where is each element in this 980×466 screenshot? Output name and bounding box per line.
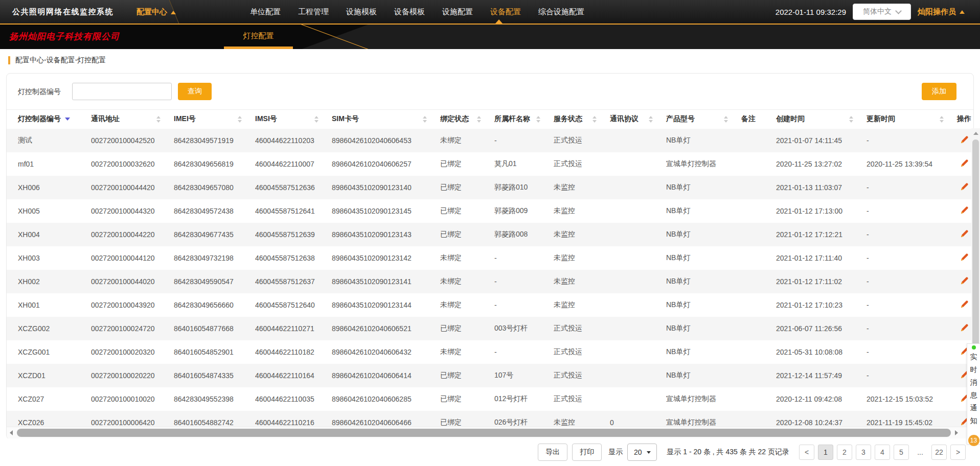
column-header-comm-address[interactable]: 通讯地址 [91,109,174,129]
menu-item-工程管理[interactable]: 工程管理 [298,0,329,24]
column-header-pole-name[interactable]: 所属杆名称 [494,109,554,129]
table-cell: 2020-12-08 10:24:37 [776,411,867,427]
menu-item-综合设施配置[interactable]: 综合设施配置 [538,0,584,24]
sort-toggle-icon[interactable] [536,116,540,123]
table-cell: 未绑定 [440,340,494,364]
tab-underline [224,46,293,49]
table-cell: XCZ026 [7,411,91,427]
edit-button[interactable] [960,182,969,191]
table-cell: - [867,223,957,246]
column-header-bind-status[interactable]: 绑定状态 [440,109,494,129]
column-header-created-time[interactable]: 创建时间 [776,109,867,129]
tab-light-control-config[interactable]: 灯控配置 [224,25,293,49]
sort-toggle-icon[interactable] [649,116,653,123]
menu-item-设备配置[interactable]: 设备配置 [490,0,521,24]
column-header-operation[interactable]: 操作 [957,109,973,129]
horizontal-scrollbar[interactable] [7,427,973,439]
edit-button[interactable] [960,276,969,285]
column-header-controller-id[interactable]: 灯控制器编号 [7,109,91,129]
notification-panel[interactable]: 实时消息通知 13 [967,343,980,445]
column-header-product-model[interactable]: 产品型号 [666,109,741,129]
column-header-comm-protocol[interactable]: 通讯协议 [610,109,666,129]
sort-toggle-icon[interactable] [849,116,853,123]
edit-button[interactable] [960,159,969,168]
sort-toggle-icon[interactable] [592,116,597,123]
edit-button[interactable] [960,253,969,262]
sort-toggle-icon[interactable] [423,116,427,123]
user-menu[interactable]: 灿阳操作员 [918,7,965,17]
sort-toggle-icon[interactable] [238,116,242,123]
horizontal-scroll-thumb[interactable] [17,429,951,437]
column-header-imsi[interactable]: IMSI号 [255,109,332,129]
table-cell: 郭菱路009 [494,199,554,223]
table-header-row: 灯控制器编号通讯地址IMEI号IMSI号SIM卡号绑定状态所属杆名称服务状态通讯… [7,109,973,129]
menu-item-设备模板[interactable]: 设备模板 [394,0,425,24]
table-cell: 864016054877668 [174,317,255,340]
table-cell: 003号灯杆 [494,317,554,340]
print-button[interactable]: 打印 [572,444,602,461]
page-button-5[interactable]: 5 [894,445,909,460]
triangle-up-icon [973,132,978,135]
page-button-1[interactable]: 1 [818,445,833,460]
column-header-remark[interactable]: 备注 [741,109,776,129]
edit-button[interactable] [960,206,969,215]
menu-item-设施模板[interactable]: 设施模板 [346,0,377,24]
column-header-updated-time[interactable]: 更新时间 [867,109,957,129]
table-cell: 2021-11-19 15:45:02 [867,411,957,427]
table-cell: 0027200100024720 [91,317,174,340]
table-cell: 已绑定 [440,317,494,340]
table-cell: 0027200100044120 [91,246,174,270]
menu-item-单位配置[interactable]: 单位配置 [250,0,281,24]
page-button-2[interactable]: 2 [837,445,852,460]
table-cell: 2021-12-14 11:57:49 [776,364,867,387]
table-cell: 460045587512636 [255,176,332,199]
config-center-menu[interactable]: 配置中心 [136,0,176,24]
table-cell: - [494,293,554,317]
page-size-select[interactable]: 20 [627,444,657,461]
sort-toggle-icon[interactable] [940,116,944,123]
scroll-right-arrow[interactable] [952,427,961,438]
edit-button[interactable] [960,229,969,238]
sort-toggle-icon[interactable] [156,116,161,123]
table-cell: NB单灯 [666,176,741,199]
table-cell: 89860426102040606466 [332,411,440,427]
add-button[interactable]: 添加 [922,83,956,100]
table-cell: 0027200100044020 [91,270,174,293]
column-header-service-status[interactable]: 服务状态 [554,109,610,129]
table-cell [741,223,776,246]
table-cell [741,387,776,411]
sort-toggle-icon[interactable] [724,116,728,123]
column-header-sim-card[interactable]: SIM卡号 [332,109,440,129]
language-select[interactable]: 简体中文 [853,4,911,20]
table-cell: 864016054874335 [174,364,255,387]
page-button-22[interactable]: 22 [931,445,947,460]
table-cell: 宣城单灯控制器 [666,152,741,176]
scroll-up-arrow[interactable] [971,129,980,137]
sort-toggle-icon[interactable] [314,116,318,123]
column-label: 产品型号 [666,114,695,124]
next-page-button[interactable]: > [950,445,966,460]
menu-item-设施配置[interactable]: 设施配置 [442,0,473,24]
table-cell: 正式投运 [554,152,610,176]
export-button[interactable]: 导出 [538,444,567,461]
table-cell: 864283049552398 [174,387,255,411]
edit-button[interactable] [960,300,969,309]
column-header-imei[interactable]: IMEI号 [174,109,255,129]
query-button[interactable]: 查询 [178,83,212,100]
prev-page-button[interactable]: < [799,445,814,460]
edit-button[interactable] [960,135,969,144]
table-cell: 莫凡01 [494,152,554,176]
column-label: 所属杆名称 [494,114,530,124]
page-button-4[interactable]: 4 [875,445,890,460]
triangle-up-icon [171,11,176,14]
table-cell: 未绑定 [440,270,494,293]
company-name: 扬州灿阳电子科技有限公司 [9,25,120,49]
scroll-left-arrow[interactable] [7,427,16,438]
sort-toggle-icon[interactable] [477,116,481,123]
controller-id-input[interactable] [72,83,172,100]
page-button-3[interactable]: 3 [856,445,871,460]
edit-button[interactable] [960,323,969,332]
sort-desc-icon[interactable] [65,118,70,121]
column-label: 备注 [741,114,756,124]
column-label: 通讯协议 [610,114,639,124]
